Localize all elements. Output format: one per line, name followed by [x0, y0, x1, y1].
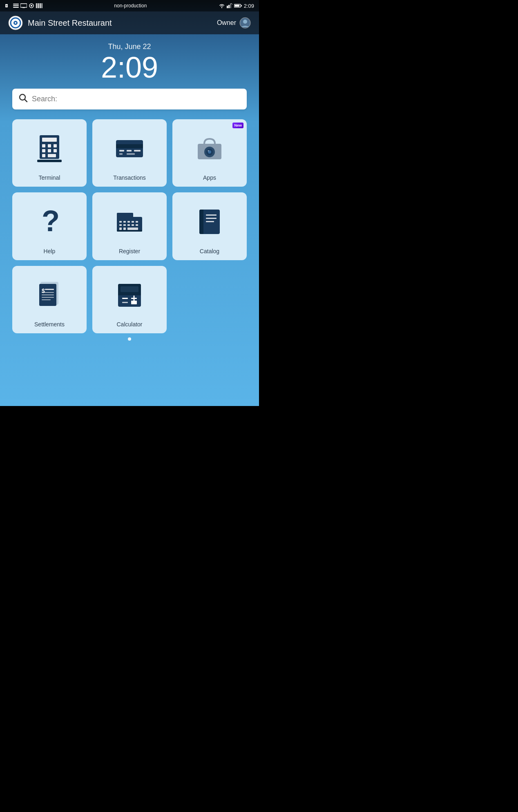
svg-rect-34 — [48, 144, 51, 147]
app-tile-terminal[interactable]: Terminal — [12, 119, 87, 187]
svg-rect-81 — [42, 299, 51, 300]
svg-rect-40 — [48, 154, 56, 157]
svg-rect-80 — [42, 297, 54, 298]
svg-text:?: ? — [42, 207, 60, 236]
svg-rect-62 — [119, 224, 122, 226]
calculator-icon — [96, 272, 163, 318]
svg-rect-68 — [123, 228, 126, 230]
user-icon — [239, 17, 251, 29]
svg-rect-58 — [123, 221, 126, 223]
svg-rect-3 — [13, 5, 19, 6]
svg-rect-16 — [227, 6, 228, 8]
svg-rect-86 — [122, 298, 128, 299]
svg-rect-4 — [13, 7, 19, 8]
header-right[interactable]: Owner — [217, 17, 251, 29]
svg-rect-67 — [119, 228, 122, 230]
catalog-label: Catalog — [200, 248, 219, 254]
main-content: Thu, June 22 2:09 — [0, 34, 259, 406]
svg-rect-69 — [127, 228, 138, 230]
apps-new-badge: New — [232, 123, 243, 128]
app-title: Main Street Restaurant — [28, 18, 112, 28]
svg-rect-36 — [42, 149, 45, 152]
svg-point-26 — [15, 22, 16, 24]
app-tile-help[interactable]: ? Help — [12, 192, 87, 260]
svg-point-53 — [208, 150, 209, 151]
svg-rect-12 — [39, 3, 40, 8]
svg-rect-48 — [127, 153, 135, 155]
svg-rect-77 — [45, 289, 54, 290]
app-tile-catalog[interactable]: Catalog — [172, 192, 247, 260]
svg-rect-73 — [206, 221, 214, 222]
app-logo — [8, 16, 23, 30]
svg-rect-46 — [134, 150, 141, 152]
app-tile-apps[interactable]: New Apps — [172, 119, 247, 187]
page-dot-0 — [128, 337, 131, 341]
svg-rect-32 — [42, 138, 57, 142]
register-icon — [96, 199, 163, 244]
clock-date: Thu, June 22 — [101, 42, 158, 51]
svg-rect-35 — [54, 144, 57, 147]
svg-rect-22 — [241, 5, 242, 7]
search-input[interactable] — [32, 95, 240, 103]
help-label: Help — [44, 248, 56, 254]
terminal-icon — [16, 126, 83, 171]
app-tile-settlements[interactable]: $ Settlements — [12, 266, 87, 333]
owner-label: Owner — [217, 19, 236, 27]
page-indicator — [128, 333, 131, 343]
app-tile-calculator[interactable]: Calculator — [92, 266, 167, 333]
battery-icon — [234, 3, 242, 8]
settlements-label: Settlements — [34, 321, 65, 328]
svg-rect-85 — [121, 286, 138, 292]
svg-rect-38 — [54, 149, 57, 152]
svg-rect-72 — [206, 218, 217, 219]
search-bar[interactable] — [12, 89, 247, 109]
svg-rect-79 — [42, 294, 54, 295]
transactions-icon — [96, 126, 163, 171]
svg-point-28 — [243, 20, 247, 24]
clock-section: Thu, June 22 2:09 — [101, 34, 158, 89]
svg-rect-17 — [228, 5, 230, 8]
svg-rect-33 — [42, 144, 45, 147]
svg-rect-88 — [134, 295, 135, 301]
svg-rect-56 — [117, 213, 133, 219]
app-tile-transactions[interactable]: Transactions — [92, 119, 167, 187]
svg-rect-90 — [131, 301, 137, 304]
apps-grid: Terminal Transactions — [12, 119, 247, 333]
settlements-icon: $ — [16, 272, 83, 318]
terminal-label: Terminal — [39, 174, 60, 181]
svg-rect-14 — [41, 3, 42, 8]
svg-rect-63 — [123, 224, 126, 226]
svg-rect-78 — [42, 292, 54, 293]
svg-rect-5 — [20, 4, 27, 7]
svg-point-8 — [31, 5, 32, 7]
svg-rect-64 — [127, 224, 130, 226]
catalog-icon — [176, 199, 243, 244]
svg-rect-66 — [136, 224, 138, 226]
status-icons-left — [5, 3, 42, 8]
svg-rect-71 — [206, 214, 217, 216]
svg-rect-10 — [37, 3, 38, 8]
barcode-icon — [36, 3, 42, 8]
svg-rect-61 — [136, 221, 138, 223]
signal-icon — [227, 3, 232, 8]
transactions-label: Transactions — [113, 174, 146, 181]
svg-rect-37 — [48, 149, 51, 152]
svg-rect-15 — [42, 3, 42, 8]
list-icon — [13, 3, 19, 8]
app-tile-register[interactable]: Register — [92, 192, 167, 260]
help-icon: ? — [16, 199, 83, 244]
svg-rect-44 — [119, 150, 124, 152]
screen-icon — [20, 3, 27, 8]
svg-rect-45 — [127, 150, 132, 152]
svg-rect-13 — [40, 3, 41, 8]
svg-rect-60 — [132, 221, 134, 223]
svg-rect-65 — [132, 224, 134, 226]
status-bar: non-production 2:09 — [0, 0, 259, 11]
status-time: 2:09 — [244, 3, 254, 9]
apps-label: Apps — [203, 174, 216, 181]
svg-rect-70 — [117, 230, 142, 232]
svg-line-30 — [25, 100, 27, 102]
svg-rect-41 — [37, 160, 62, 162]
svg-line-19 — [231, 3, 232, 4]
svg-rect-43 — [116, 144, 143, 148]
